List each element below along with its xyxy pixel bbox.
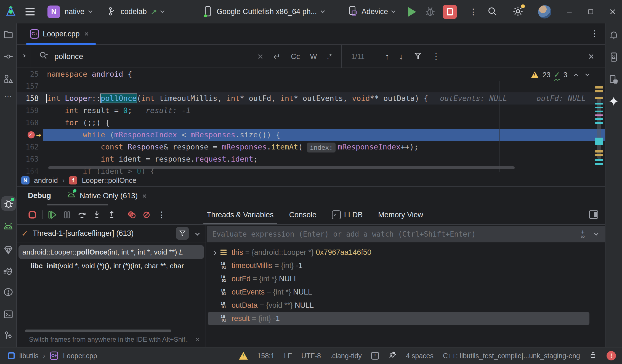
line-number[interactable]: 162 [17, 141, 43, 153]
next-issue-chevron[interactable] [585, 72, 590, 76]
variable-row-outFd[interactable]: 1001outFd = {int *} NULL [208, 272, 589, 285]
editor-tab-looper-cpp[interactable]: C+ Looper.cpp [27, 23, 92, 44]
search-expand-chevron[interactable] [17, 46, 31, 68]
breakpoint-icon[interactable] [28, 131, 35, 138]
error-notification-badge[interactable]: ! [607, 351, 616, 360]
search-everywhere-icon[interactable] [487, 6, 498, 18]
resource-manager-icon[interactable] [3, 73, 14, 84]
file-encoding[interactable]: UTF-8 [301, 352, 321, 360]
breadcrumb-item-android[interactable]: android [34, 176, 58, 185]
editor-scroll-marks[interactable] [593, 68, 605, 174]
frames-scrollbar[interactable] [25, 330, 171, 332]
notifications-bell-icon[interactable] [608, 30, 619, 41]
debug-more-icon[interactable]: ⋮ [158, 211, 166, 218]
tab-memory-view[interactable]: Memory View [370, 205, 431, 224]
stop-button[interactable] [443, 5, 457, 19]
tab-console[interactable]: Console [281, 205, 324, 224]
app-quality-insights-icon[interactable] [3, 244, 14, 255]
line-number[interactable]: 157 [17, 80, 43, 92]
hide-frames-filter-button[interactable] [176, 227, 189, 240]
window-maximize-button[interactable] [587, 8, 594, 15]
main-menu-icon[interactable] [25, 6, 35, 17]
breadcrumb-item-pollonce[interactable]: Looper::pollOnce [82, 176, 136, 185]
clear-search-icon[interactable] [257, 54, 263, 59]
previous-match-icon[interactable]: ↑ [385, 52, 389, 61]
step-into-button[interactable] [91, 209, 103, 221]
statusbar-warning-icon[interactable] [239, 352, 248, 360]
tab-options-icon[interactable]: ⋮ [591, 30, 599, 37]
search-more-icon[interactable]: ⋮ [432, 53, 440, 60]
profiler-cat-icon[interactable] [3, 267, 14, 278]
running-devices-icon[interactable] [608, 52, 619, 63]
user-avatar[interactable] [538, 5, 551, 18]
thread-selector[interactable]: ✓ Thread-1-[surfaceflinger] (613) [17, 225, 206, 242]
thread-dropdown-chevron[interactable] [195, 231, 200, 235]
mute-breakpoints-button[interactable] [140, 209, 153, 221]
expand-chevron[interactable] [210, 248, 220, 257]
variable-row-outData[interactable]: 1001outData = {void **} NULL [208, 299, 589, 312]
line-number[interactable]: 158 [17, 92, 43, 105]
tab-close-icon[interactable] [84, 32, 89, 36]
statusbar-file[interactable]: Looper.cpp [63, 352, 97, 360]
indent-setting[interactable]: 4 spaces [406, 352, 434, 360]
run-configuration-selector[interactable]: N native [47, 6, 92, 18]
statusbar-module[interactable]: libutils [19, 352, 38, 360]
lock-icon[interactable] [589, 351, 597, 361]
regex-toggle[interactable]: .* [327, 52, 332, 61]
commit-icon[interactable] [3, 51, 14, 62]
toolchain-label[interactable]: C++: libutils_test_compile|...unk_stagin… [443, 352, 580, 360]
project-folder-icon[interactable] [3, 29, 14, 40]
evaluate-expression-bar[interactable]: Evaluate expression (Enter) or add a wat… [207, 226, 605, 242]
view-breakpoints-button[interactable] [126, 209, 138, 221]
inspections-status-icon[interactable]: ! [371, 352, 379, 360]
close-search-icon[interactable] [588, 54, 594, 59]
line-number[interactable]: 160 [17, 117, 43, 129]
device-selector[interactable]: Google Cuttlefish x86_64 ph... [203, 0, 324, 23]
version-control-icon[interactable] [3, 330, 14, 341]
logcat-android-icon[interactable] [3, 221, 14, 232]
code-editor[interactable]: 25 namespace android { 157 158 int Loope… [17, 68, 605, 174]
vcs-branch-widget[interactable]: codelab ↗ [107, 7, 164, 17]
step-out-button[interactable] [106, 209, 118, 221]
more-tool-windows-icon[interactable]: … [3, 89, 14, 100]
tab-threads-variables[interactable]: Threads & Variables [199, 205, 281, 224]
next-match-icon[interactable]: ↓ [399, 52, 403, 61]
adevice-selector[interactable]: Adevice [348, 0, 395, 23]
line-number[interactable]: 163 [17, 153, 43, 165]
gemini-sparkle-icon[interactable] [608, 96, 619, 107]
inspections-widget[interactable]: 23 ✓ 3 [530, 70, 589, 79]
variable-row-timeoutMillis[interactable]: 1001timeoutMillis = {int} -1 [208, 259, 589, 272]
debug-button[interactable] [424, 6, 436, 18]
close-session-icon[interactable] [142, 194, 147, 198]
variable-row-outEvents[interactable]: 1001outEvents = {int *} NULL [208, 285, 589, 299]
device-mirroring-icon[interactable] [608, 74, 619, 85]
variable-row-result[interactable]: 1001result = {int} -1 [208, 312, 589, 325]
evaluate-expand-chevron[interactable] [594, 231, 599, 235]
add-watch-icon[interactable]: +∞ [581, 230, 585, 238]
clang-tidy-widget[interactable]: .clang-tidy [330, 352, 362, 360]
run-button[interactable] [408, 7, 416, 17]
pause-button[interactable] [61, 209, 73, 221]
debug-session-tab[interactable]: Native Only (613) [67, 190, 147, 202]
search-field[interactable]: pollonce [31, 51, 257, 62]
resume-button[interactable] [46, 209, 58, 221]
dismiss-hint-icon[interactable] [195, 338, 200, 342]
match-case-toggle[interactable]: Cc [291, 52, 300, 61]
pin-icon[interactable] [388, 351, 397, 361]
layout-settings-icon[interactable] [589, 210, 598, 219]
step-over-button[interactable] [76, 209, 88, 221]
settings-gear-icon[interactable] [512, 6, 524, 18]
frame-row-pollOnce[interactable]: android::Looper::pollOnce(int, int *, in… [18, 245, 204, 259]
more-actions-icon[interactable]: ⋮ [469, 8, 477, 15]
window-minimize-button[interactable] [566, 8, 573, 15]
search-filter-icon[interactable] [413, 51, 422, 62]
search-history-icon[interactable] [38, 51, 49, 62]
window-close-button[interactable] [609, 8, 616, 16]
tab-lldb[interactable]: >_LLDB [324, 205, 371, 224]
terminal-icon[interactable] [3, 309, 14, 320]
problems-icon[interactable] [3, 287, 14, 298]
horizontal-scrollbar[interactable] [48, 166, 515, 169]
frame-row-__libc_init[interactable]: __libc_init(void *, void (*)(), int (*)(… [18, 259, 204, 273]
debug-panel-title[interactable]: Debug [28, 191, 51, 200]
prev-issue-chevron[interactable] [574, 73, 578, 78]
